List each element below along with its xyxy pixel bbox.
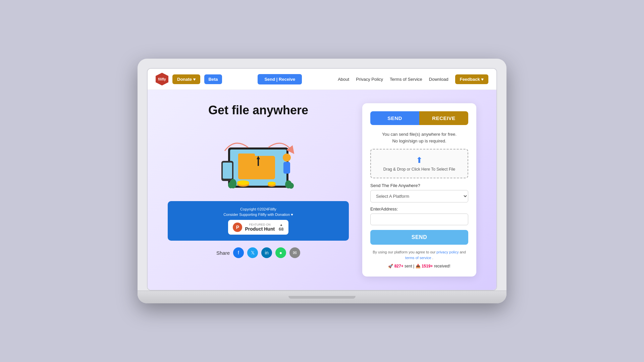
stats-row: 🚀 827+ sent | 📥 1519+ received! <box>370 264 468 268</box>
send-card: SEND RECEIVE You can send file(s) anywhe… <box>362 103 476 277</box>
terms-of-service-link[interactable]: terms of service <box>405 256 431 260</box>
upload-icon: ⬆ <box>377 156 462 165</box>
download-link[interactable]: Download <box>429 77 448 82</box>
svg-rect-3 <box>238 154 255 159</box>
laptop-notch <box>288 296 356 299</box>
address-label: EnterAddress: <box>370 206 468 212</box>
ph-name: Product Hunt <box>245 226 275 232</box>
main-content: Get file anywhere <box>148 90 496 290</box>
hero-title: Get file anywhere <box>208 103 308 117</box>
ph-arrow: ▲ <box>279 223 283 227</box>
description-line2: No login/sign up is required. <box>392 138 446 143</box>
ph-text: FEATURED ON Product Hunt <box>245 223 275 232</box>
nav-links: About Privacy Policy Terms of Service Do… <box>338 74 488 84</box>
svg-point-13 <box>268 182 276 185</box>
svg-point-15 <box>228 182 233 188</box>
svg-rect-5 <box>258 159 259 166</box>
product-hunt-badge[interactable]: P FEATURED ON Product Hunt ▲ 68 <box>228 220 288 235</box>
policy-end: . <box>432 256 433 260</box>
svg-rect-2 <box>238 156 275 179</box>
stats-received-count: 1519+ <box>422 264 433 268</box>
twitter-share-button[interactable]: 𝕏 <box>247 247 258 258</box>
copyright-text: Copyright ©2024Filifly <box>174 207 342 211</box>
policy-middle: and <box>460 250 466 254</box>
file-drop-zone[interactable]: ⬆ Drag & Drop or Click Here To Select Fi… <box>370 149 468 178</box>
platform-label: Send The File Anywhere? <box>370 183 468 188</box>
svg-rect-7 <box>223 163 232 179</box>
share-label: Share <box>216 250 230 256</box>
facebook-share-button[interactable]: f <box>233 247 244 258</box>
stats-download-icon: 📥 <box>416 264 421 268</box>
laptop-base <box>138 291 506 303</box>
linkedin-share-button[interactable]: in <box>261 247 272 258</box>
platform-select[interactable]: Select A Platform WhatsApp Telegram Emai… <box>370 190 468 202</box>
logo-text: filifly <box>158 77 166 81</box>
ph-votes-count: 68 <box>279 227 283 232</box>
svg-point-11 <box>237 180 249 185</box>
send-receive-button[interactable]: Send | Receive <box>258 74 302 84</box>
stats-rocket-icon: 🚀 <box>388 264 393 268</box>
navbar: filifly Donate ♥ Beta Send | Receive Abo… <box>148 69 496 90</box>
laptop-frame: filifly Donate ♥ Beta Send | Receive Abo… <box>138 59 506 303</box>
svg-point-17 <box>288 183 294 189</box>
ph-icon: P <box>233 223 242 232</box>
stats-sent-label: sent | <box>405 264 414 268</box>
ph-votes: ▲ 68 <box>279 223 283 232</box>
feedback-button[interactable]: Feedback ♥ <box>455 74 488 84</box>
ph-featured-label: FEATURED ON <box>245 223 275 226</box>
privacy-policy-link[interactable]: privacy policy <box>436 250 459 254</box>
receive-tab[interactable]: RECEIVE <box>419 111 468 125</box>
address-input[interactable] <box>370 214 468 225</box>
whatsapp-share-button[interactable]: ● <box>275 247 286 258</box>
logo-icon: filifly <box>156 73 168 85</box>
blue-banner: Copyright ©2024Filifly Consider Supporti… <box>168 201 349 241</box>
svg-point-8 <box>283 154 291 162</box>
drop-text: Drag & Drop or Click Here To Select File <box>377 167 462 172</box>
policy-text: By using our platform you agree to our p… <box>370 249 468 260</box>
beta-button[interactable]: Beta <box>204 74 222 84</box>
hero-illustration <box>208 127 309 194</box>
donate-button[interactable]: Donate ♥ <box>172 74 200 84</box>
share-row: Share f 𝕏 in ● ✉ <box>216 247 300 258</box>
description-line1: You can send file(s) anywhere for free. <box>382 132 457 137</box>
laptop-screen: filifly Donate ♥ Beta Send | Receive Abo… <box>147 68 497 291</box>
email-share-button[interactable]: ✉ <box>289 247 300 258</box>
tab-row: SEND RECEIVE <box>370 111 468 125</box>
privacy-link[interactable]: Privacy Policy <box>356 77 383 82</box>
about-link[interactable]: About <box>338 77 349 82</box>
stats-sent-count: 827+ <box>394 264 404 268</box>
send-tab[interactable]: SEND <box>370 111 419 125</box>
left-panel: Get file anywhere <box>168 103 349 258</box>
svg-rect-9 <box>283 162 290 174</box>
policy-before: By using our platform you agree to our <box>373 250 435 254</box>
description-text: You can send file(s) anywhere for free. … <box>370 131 468 144</box>
send-button[interactable]: SEND <box>370 230 468 245</box>
terms-link[interactable]: Terms of Service <box>390 77 422 82</box>
stats-received-label: received! <box>434 264 450 268</box>
support-text: Consider Supporting Filifly with Donatio… <box>174 213 342 217</box>
